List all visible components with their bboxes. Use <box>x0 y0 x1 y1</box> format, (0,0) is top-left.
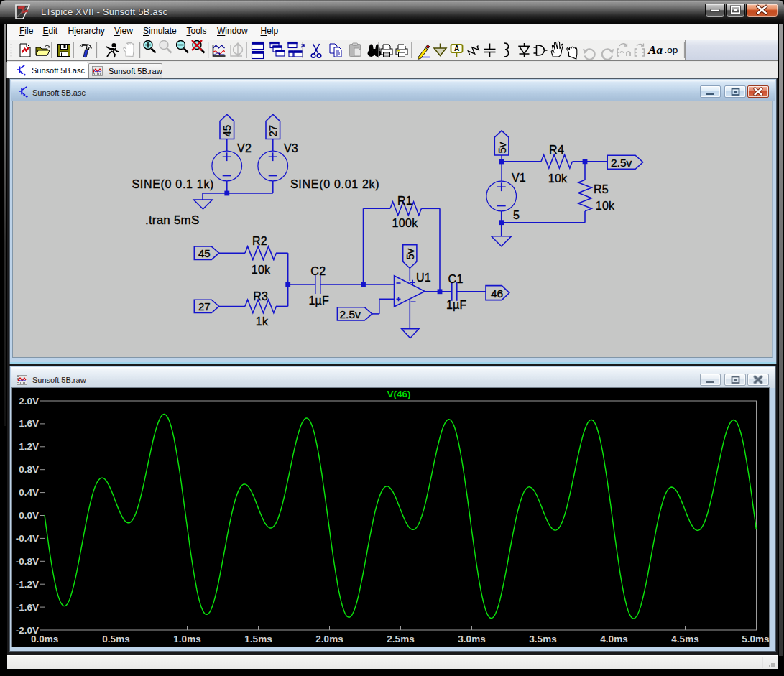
svg-text:10k: 10k <box>596 200 615 212</box>
svg-text:1µF: 1µF <box>308 295 329 307</box>
svg-text:0.0V: 0.0V <box>19 510 39 521</box>
svg-text:-1.6V: -1.6V <box>16 602 39 613</box>
svg-text:1.2V: 1.2V <box>19 441 39 452</box>
svg-text:C2: C2 <box>310 265 326 277</box>
svg-text:R1: R1 <box>397 195 412 207</box>
svg-text:3.5ms: 3.5ms <box>529 634 556 644</box>
svg-text:1.5ms: 1.5ms <box>244 634 272 644</box>
svg-text:R3: R3 <box>253 290 268 302</box>
svg-text:2.5ms: 2.5ms <box>387 634 414 644</box>
svg-text:R5: R5 <box>594 183 609 195</box>
svg-text:4.0ms: 4.0ms <box>600 634 627 644</box>
svg-text:-0.8V: -0.8V <box>16 556 39 567</box>
svg-text:V1: V1 <box>512 172 526 184</box>
svg-text:27: 27 <box>267 125 279 137</box>
svg-text:3.0ms: 3.0ms <box>458 634 485 644</box>
svg-text:A: A <box>454 45 459 52</box>
svg-text:0.4V: 0.4V <box>19 487 39 498</box>
svg-text:0.8V: 0.8V <box>19 464 39 475</box>
svg-text:5v: 5v <box>496 142 508 153</box>
svg-text:1k: 1k <box>256 315 269 328</box>
svg-text:1.6V: 1.6V <box>19 418 39 429</box>
svg-text:5v: 5v <box>404 248 416 259</box>
svg-text:.tran 5mS: .tran 5mS <box>145 213 200 227</box>
svg-text:R2: R2 <box>252 235 267 247</box>
svg-text:-1.2V: -1.2V <box>16 579 39 590</box>
svg-text:-0.4V: -0.4V <box>16 533 39 544</box>
svg-text:5.0ms: 5.0ms <box>742 634 769 644</box>
svg-text:V(46): V(46) <box>387 389 410 399</box>
svg-text:R4: R4 <box>549 144 564 156</box>
svg-text:U1: U1 <box>416 272 431 284</box>
svg-text:10k: 10k <box>548 172 568 185</box>
svg-text:2.0V: 2.0V <box>19 396 39 407</box>
svg-text:45: 45 <box>221 125 233 137</box>
svg-text:SINE(0 0.1 1k): SINE(0 0.1 1k) <box>132 178 214 190</box>
svg-text:Aa: Aa <box>647 43 663 57</box>
svg-text:0.0ms: 0.0ms <box>31 634 58 644</box>
svg-text:2.5v: 2.5v <box>611 157 632 169</box>
svg-text:46: 46 <box>491 287 503 300</box>
svg-text:C1: C1 <box>448 273 464 285</box>
svg-text:10k: 10k <box>252 264 271 276</box>
svg-text:1.0ms: 1.0ms <box>173 634 200 644</box>
svg-text:0.5ms: 0.5ms <box>102 634 129 644</box>
svg-text:45: 45 <box>198 247 211 259</box>
svg-text:SINE(0 0.01 2k): SINE(0 0.01 2k) <box>290 178 379 190</box>
svg-text:2.0ms: 2.0ms <box>315 634 343 644</box>
svg-text:1µF: 1µF <box>446 299 467 311</box>
svg-text:100k: 100k <box>392 217 419 229</box>
svg-text:2.5v: 2.5v <box>340 308 361 320</box>
svg-text:.op: .op <box>665 45 678 55</box>
svg-text:27: 27 <box>198 300 211 312</box>
svg-text:V2: V2 <box>237 142 252 154</box>
svg-text:4.5ms: 4.5ms <box>671 634 698 644</box>
svg-text:V3: V3 <box>284 142 298 154</box>
svg-text:5: 5 <box>513 209 520 221</box>
